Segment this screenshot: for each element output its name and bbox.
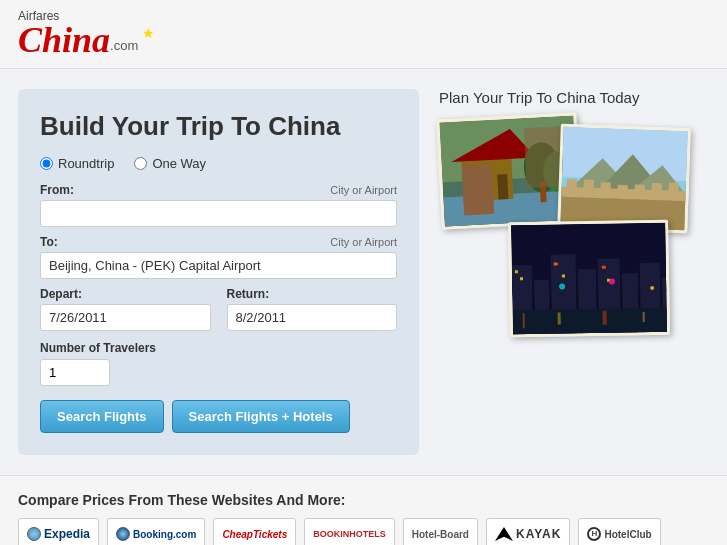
brand-kayak[interactable]: KAYAK xyxy=(486,518,570,545)
to-hint: City or Airport xyxy=(330,236,397,248)
photos-collage xyxy=(439,116,699,346)
from-input[interactable] xyxy=(40,200,397,227)
to-input[interactable] xyxy=(40,252,397,279)
photo-2-image xyxy=(560,127,691,233)
expedia-globe-icon xyxy=(27,527,41,541)
kayak-label: KAYAK xyxy=(516,527,561,541)
travelers-label: Number of Travelers xyxy=(40,341,397,355)
compare-title: Compare Prices From These Websites And M… xyxy=(18,492,709,508)
logo-china-text: China xyxy=(18,22,110,58)
compare-section: Compare Prices From These Websites And M… xyxy=(0,475,727,545)
svg-rect-16 xyxy=(567,179,577,189)
svg-rect-17 xyxy=(584,180,594,190)
svg-rect-38 xyxy=(602,266,606,269)
hotelclub-icon: H xyxy=(587,527,601,541)
svg-rect-37 xyxy=(562,274,565,277)
svg-rect-8 xyxy=(540,182,547,202)
return-field: Return: xyxy=(227,287,398,331)
kayak-icon xyxy=(495,527,513,541)
depart-label: Depart: xyxy=(40,287,211,301)
svg-point-7 xyxy=(523,141,562,193)
svg-rect-22 xyxy=(669,183,679,193)
svg-rect-19 xyxy=(617,185,627,195)
svg-rect-40 xyxy=(513,308,670,338)
travelers-row: Number of Travelers xyxy=(40,341,397,386)
china-photo-3 xyxy=(508,220,670,338)
svg-rect-42 xyxy=(558,313,561,325)
brand-booking[interactable]: Booking.com xyxy=(107,518,205,545)
svg-rect-21 xyxy=(652,183,662,193)
from-label: From: xyxy=(40,183,74,197)
svg-rect-36 xyxy=(554,263,558,266)
to-field-row: To: City or Airport xyxy=(40,235,397,279)
china-photo-2 xyxy=(557,124,691,233)
oneway-label: One Way xyxy=(152,156,206,171)
search-title: Build Your Trip To China xyxy=(40,111,397,142)
logo-area: Airfares China .com ★ xyxy=(18,10,709,58)
brand-cheaptickets[interactable]: CheapTickets xyxy=(213,518,296,545)
to-label-row: To: City or Airport xyxy=(40,235,397,249)
svg-rect-5 xyxy=(472,175,483,200)
svg-rect-18 xyxy=(601,182,611,192)
hotelclub-label: HotelClub xyxy=(604,529,651,540)
oneway-radio[interactable] xyxy=(134,157,147,170)
buttons-row: Search Flights Search Flights + Hotels xyxy=(40,400,397,433)
return-label: Return: xyxy=(227,287,398,301)
travelers-input[interactable] xyxy=(40,359,110,386)
date-row: Depart: Return: xyxy=(40,287,397,331)
brand-hotelclub[interactable]: H HotelClub xyxy=(578,518,660,545)
photo-3-image xyxy=(511,223,670,338)
hotelboard-label: Hotel-Board xyxy=(412,529,469,540)
svg-rect-20 xyxy=(634,184,644,194)
expedia-label: Expedia xyxy=(44,527,90,541)
svg-rect-35 xyxy=(520,277,523,280)
roundtrip-label: Roundtrip xyxy=(58,156,114,171)
roundtrip-radio[interactable] xyxy=(40,157,53,170)
trip-type-row: Roundtrip One Way xyxy=(40,156,397,171)
bookhotels-label: BookInHotels xyxy=(313,529,386,539)
from-hint: City or Airport xyxy=(330,184,397,196)
booking-label: Booking.com xyxy=(133,529,196,540)
photos-title: Plan Your Trip To China Today xyxy=(439,89,709,106)
from-field-row: From: City or Airport xyxy=(40,183,397,227)
main-content: Build Your Trip To China Roundtrip One W… xyxy=(0,69,727,475)
svg-rect-41 xyxy=(523,313,525,328)
search-flights-button[interactable]: Search Flights xyxy=(40,400,164,433)
logo: Airfares China .com ★ xyxy=(18,10,155,58)
header: Airfares China .com ★ xyxy=(0,0,727,69)
return-input[interactable] xyxy=(227,304,398,331)
search-flights-hotels-button[interactable]: Search Flights + Hotels xyxy=(172,400,350,433)
cheaptickets-label: CheapTickets xyxy=(222,529,287,540)
brands-row: Expedia Booking.com CheapTickets BookInH… xyxy=(18,518,709,545)
roundtrip-option[interactable]: Roundtrip xyxy=(40,156,114,171)
svg-rect-44 xyxy=(643,312,645,322)
photos-panel: Plan Your Trip To China Today xyxy=(439,89,709,455)
brand-bookhotels[interactable]: BookInHotels xyxy=(304,518,395,545)
logo-com-text: .com xyxy=(110,39,138,52)
search-panel: Build Your Trip To China Roundtrip One W… xyxy=(18,89,419,455)
oneway-option[interactable]: One Way xyxy=(134,156,206,171)
to-label: To: xyxy=(40,235,58,249)
depart-input[interactable] xyxy=(40,304,211,331)
booking-globe-icon xyxy=(116,527,130,541)
svg-rect-6 xyxy=(497,174,508,199)
from-label-row: From: City or Airport xyxy=(40,183,397,197)
travelers-input-wrap xyxy=(40,359,397,386)
depart-field: Depart: xyxy=(40,287,211,331)
svg-rect-34 xyxy=(515,270,518,273)
brand-hotelboard[interactable]: Hotel-Board xyxy=(403,518,478,545)
svg-rect-43 xyxy=(603,311,607,325)
logo-star-icon: ★ xyxy=(142,26,155,40)
brand-expedia[interactable]: Expedia xyxy=(18,518,99,545)
